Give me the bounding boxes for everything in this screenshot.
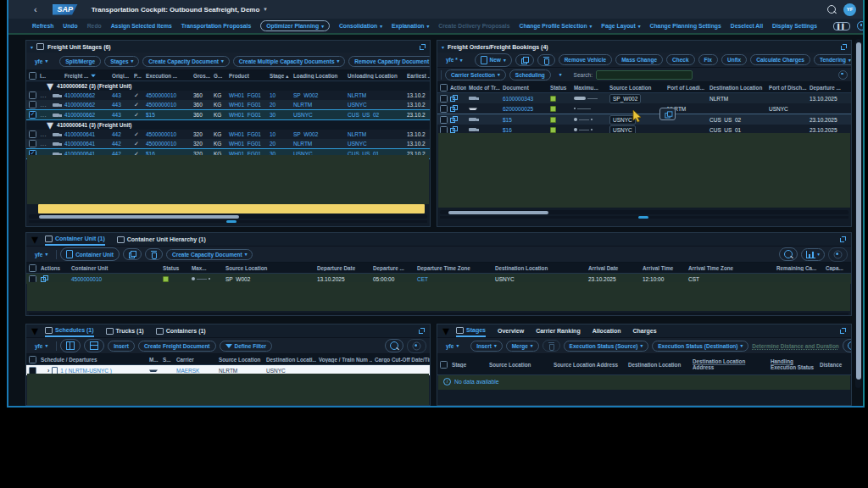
expand-panel-icon[interactable] xyxy=(840,328,846,334)
cell-link[interactable]: WH01_FG01 xyxy=(229,102,261,108)
horizontal-scrollbar-outer[interactable] xyxy=(440,216,849,219)
split-merge-button[interactable]: Split/Merge xyxy=(59,56,101,67)
mass-change-button[interactable]: Mass Change xyxy=(615,54,663,65)
cell-link[interactable]: CET xyxy=(417,276,428,282)
undo-button[interactable]: Undo xyxy=(63,23,77,29)
cell-link[interactable]: NLRTM xyxy=(348,92,366,98)
table-row[interactable]: 6200000025NLRTMUSNYC xyxy=(437,103,851,114)
cell-link[interactable]: CUS_US_02 xyxy=(348,112,379,118)
refresh-button[interactable]: Refresh xyxy=(32,23,53,29)
title-dropdown-icon[interactable]: ▾ xyxy=(264,6,267,13)
row-menu-icon[interactable]: … xyxy=(40,142,47,146)
define-filter-button[interactable]: Define Filter xyxy=(220,341,273,352)
tab-stages[interactable]: Stages xyxy=(456,324,486,337)
column-header-label[interactable]: Destination Location xyxy=(709,85,762,91)
cell-link[interactable]: WH01_FG01 xyxy=(229,112,261,118)
consolidation-button[interactable]: Consolidation▾ xyxy=(339,23,382,29)
display-settings-button[interactable]: Display Settings xyxy=(772,23,817,29)
column-header-label[interactable]: Departure ... xyxy=(373,265,404,271)
hover-action-button[interactable] xyxy=(659,108,676,120)
column-header-label[interactable]: Carrier xyxy=(176,357,194,363)
search-button[interactable] xyxy=(779,247,798,261)
copy-button[interactable] xyxy=(515,54,534,66)
collapse-icon[interactable]: ▾ xyxy=(442,324,449,339)
scrollbar-thumb[interactable] xyxy=(226,220,236,223)
scheduling-button[interactable]: Scheduling xyxy=(509,69,551,80)
expand-panel-icon[interactable] xyxy=(840,236,846,242)
select-all-checkbox-cell[interactable] xyxy=(26,264,38,272)
view-switch-button[interactable]: ▾ xyxy=(801,248,825,261)
redo-button[interactable]: Redo xyxy=(87,23,102,29)
column-header-label[interactable]: Source Location Address xyxy=(554,362,618,368)
search-button[interactable] xyxy=(385,339,403,352)
column-header-label[interactable]: Loading Location xyxy=(293,73,337,79)
delete-button[interactable] xyxy=(145,248,163,260)
actions-icon[interactable] xyxy=(450,116,457,123)
row-menu-icon[interactable]: … xyxy=(40,94,47,97)
search-input[interactable] xyxy=(596,70,693,80)
table-row[interactable]: …4100000662443✓$15360KGWH01_FG0130USNYCC… xyxy=(26,109,430,120)
column-header-label[interactable]: Destination Location Address xyxy=(693,358,765,370)
column-header-label[interactable]: Source Location xyxy=(219,357,260,363)
select-all-checkbox-cell[interactable] xyxy=(437,361,449,369)
fix-button[interactable]: Fix xyxy=(698,54,718,65)
change-planning-settings-button[interactable]: Change Planning Settings xyxy=(650,23,721,29)
column-header-label[interactable]: Stage xyxy=(452,362,466,368)
select-all-checkbox-cell[interactable] xyxy=(26,72,37,80)
cell-link[interactable]: 4500000010 xyxy=(146,141,176,147)
scrollbar-thumb[interactable] xyxy=(39,215,239,219)
collapse-all-button[interactable] xyxy=(84,339,104,352)
column-header-label[interactable]: Destination Locati... xyxy=(266,357,316,363)
cell-link[interactable]: $15 xyxy=(503,117,512,123)
layout-profile-button[interactable]: yfe *▾ xyxy=(441,55,468,64)
cell-link[interactable]: $15 xyxy=(146,112,155,118)
select-all-checkbox[interactable] xyxy=(440,84,448,92)
column-header-label[interactable]: G... xyxy=(214,73,222,79)
cell-link[interactable]: USNYC xyxy=(348,102,367,108)
calculate-charges-button[interactable]: Calculate Charges xyxy=(750,54,810,65)
layout-profile-button[interactable]: yfe▾ xyxy=(30,57,53,66)
row-checkbox[interactable] xyxy=(29,140,36,147)
cell-link[interactable]: USNYC xyxy=(293,112,313,118)
cell-link[interactable]: 4100000662 xyxy=(64,112,95,118)
row-menu-icon[interactable]: … xyxy=(40,133,47,136)
column-header-label[interactable]: Departure Date xyxy=(317,265,355,271)
insert-button[interactable]: Insert xyxy=(108,341,135,352)
actions-icon[interactable] xyxy=(450,105,457,112)
cell-link[interactable]: WH01_FG01 xyxy=(229,92,261,98)
back-icon[interactable]: ‹ xyxy=(34,4,37,14)
layout-profile-button[interactable]: yfe▾ xyxy=(30,341,53,351)
deselect-all-button[interactable]: Deselect All xyxy=(731,23,763,29)
optimizer-planning-button[interactable]: Optimizer Planning▾ xyxy=(260,20,330,31)
cell-link[interactable]: 442 xyxy=(112,131,121,137)
table-row[interactable]: …4100000641442✓4500000010320KGWH01_FG011… xyxy=(26,130,430,139)
column-header-label[interactable]: Gros... xyxy=(193,73,210,79)
select-all-checkbox-cell[interactable] xyxy=(437,84,448,92)
copy-button[interactable] xyxy=(123,248,142,260)
column-header-label[interactable]: Capa... xyxy=(826,265,843,271)
cell-link[interactable]: 6200000025 xyxy=(503,106,533,112)
layout-profile-button[interactable]: yfe▾ xyxy=(30,250,53,259)
expand-panel-icon[interactable] xyxy=(841,44,847,50)
column-header-label[interactable]: Actions xyxy=(41,265,60,271)
horizontal-scrollbar-outer[interactable] xyxy=(29,220,427,223)
tab-allocation[interactable]: Allocation xyxy=(593,324,621,337)
tab-container-unit-hierarchy[interactable]: Container Unit Hierarchy (1) xyxy=(117,233,206,246)
group-row[interactable]: ▾4100000641 (3) (Freight Unit) xyxy=(26,120,430,130)
create-delivery-proposals-button[interactable]: Create Delivery Proposals xyxy=(438,23,509,29)
select-all-checkbox[interactable] xyxy=(29,356,36,363)
tab-container-unit[interactable]: Container Unit (1) xyxy=(45,233,105,246)
row-menu-icon[interactable]: … xyxy=(40,114,47,117)
create-capacity-document-button[interactable]: Create Capacity Document▾ xyxy=(166,249,253,260)
cell-link[interactable]: 4100000662 xyxy=(64,102,95,108)
settings-menu-button[interactable]: ▾ xyxy=(857,21,865,30)
column-header-label[interactable]: Voyage / Train Num ... xyxy=(319,357,372,363)
cell-link[interactable]: 20 xyxy=(270,141,275,147)
cell-link[interactable]: 4500000010 xyxy=(146,92,176,98)
row-checkbox[interactable] xyxy=(440,95,448,103)
cell-link[interactable]: 6100000343 xyxy=(503,96,533,102)
column-header-label[interactable]: Mode of Tr... xyxy=(469,85,500,91)
actions-icon[interactable] xyxy=(450,126,457,133)
vertical-scrollbar[interactable] xyxy=(855,39,861,388)
cell-link[interactable]: 20 xyxy=(270,102,275,108)
